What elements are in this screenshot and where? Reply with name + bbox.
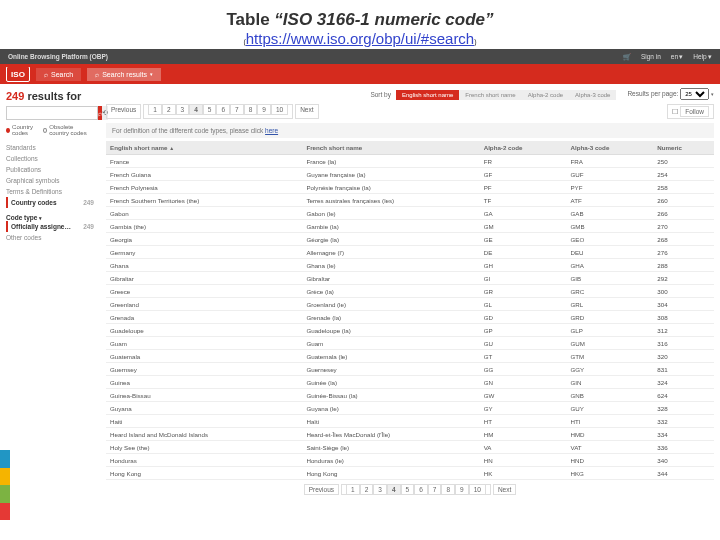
sidebar-item[interactable]: Officially assigne…249 [6, 221, 94, 232]
table-row[interactable]: GuineaGuinée (la)GNGIN324 [106, 376, 714, 389]
pager-page[interactable]: 5 [203, 104, 217, 115]
pager-page[interactable]: 7 [230, 104, 244, 115]
iso-logo[interactable]: ISO [6, 66, 30, 82]
table-row[interactable]: Gambia (the)Gambie (la)GMGMB270 [106, 220, 714, 233]
radio-obsolete-codes[interactable]: Obsolete country codes [43, 124, 94, 136]
table-cell: 308 [653, 311, 714, 324]
table-cell: 258 [653, 181, 714, 194]
table-row[interactable]: French GuianaGuyane française (la)GFGUF2… [106, 168, 714, 181]
table-header-row: English short name ▲French short nameAlp… [106, 141, 714, 155]
table-row[interactable]: GuamGuamGUGUM316 [106, 337, 714, 350]
table-row[interactable]: GabonGabon (le)GAGAB266 [106, 207, 714, 220]
table-row[interactable]: GhanaGhana (le)GHGHA288 [106, 259, 714, 272]
pager-page[interactable]: 10 [271, 104, 288, 115]
pager-page[interactable]: 8 [244, 104, 258, 115]
rpp-select[interactable]: 25 [680, 88, 709, 100]
sort-chip[interactable]: Alpha-2 code [522, 90, 569, 100]
pager-page[interactable]: 2 [360, 484, 374, 495]
signin-link[interactable]: Sign in [641, 53, 661, 61]
table-row[interactable]: French Southern Territories (the)Terres … [106, 194, 714, 207]
pager-page[interactable]: 4 [387, 484, 401, 495]
title-quoted: “ISO 3166-1 numeric code” [274, 10, 493, 29]
sort-chip[interactable]: Alpha-3 code [569, 90, 616, 100]
pager-next[interactable]: Next [493, 484, 516, 495]
pager-page[interactable]: 9 [257, 104, 271, 115]
col-header[interactable]: French short name [302, 141, 479, 155]
col-header[interactable]: Alpha-3 code [566, 141, 653, 155]
table-cell: Greenland [106, 298, 302, 311]
sidebar-codetype-list: Officially assigne…249Other codes [6, 221, 94, 243]
table-row[interactable]: GibraltarGibraltarGIGIB292 [106, 272, 714, 285]
table-row[interactable]: GuernseyGuerneseyGGGGY831 [106, 363, 714, 376]
table-cell: French Guiana [106, 168, 302, 181]
pager-page[interactable]: 1 [148, 104, 162, 115]
sidebar-item[interactable]: Collections [6, 153, 94, 164]
pager-page[interactable]: 4 [189, 104, 203, 115]
note-link[interactable]: here [265, 127, 278, 134]
table-cell: HN [480, 454, 567, 467]
table-row[interactable]: GreeceGrèce (la)GRGRC300 [106, 285, 714, 298]
title-url-link[interactable]: https://www.iso.org/obp/ui/#search [246, 30, 474, 47]
sort-chip[interactable]: French short name [459, 90, 521, 100]
pager-page[interactable]: 9 [455, 484, 469, 495]
table-cell: GF [480, 168, 567, 181]
table-row[interactable]: GermanyAllemagne (l')DEDEU276 [106, 246, 714, 259]
pager-page[interactable]: 2 [162, 104, 176, 115]
pager-prev[interactable]: Previous [304, 484, 339, 495]
col-header[interactable]: Alpha-2 code [480, 141, 567, 155]
table-row[interactable]: Holy See (the)Saint-Siège (le)VAVAT336 [106, 441, 714, 454]
col-header[interactable]: Numeric [653, 141, 714, 155]
col-header[interactable]: English short name ▲ [106, 141, 302, 155]
pager-page[interactable]: 6 [414, 484, 428, 495]
search-input[interactable] [6, 106, 98, 120]
pager-page[interactable]: 3 [373, 484, 387, 495]
pager-page[interactable]: 7 [428, 484, 442, 495]
pager-next[interactable]: Next [295, 104, 318, 119]
radio-country-codes[interactable]: Country codes [6, 124, 39, 136]
pager-page[interactable]: 6 [216, 104, 230, 115]
sidebar-item[interactable]: Standards [6, 142, 94, 153]
table-cell: Germany [106, 246, 302, 259]
table-cell: France (la) [302, 155, 479, 168]
cart-icon[interactable]: 🛒 [623, 53, 631, 61]
chevron-down-icon: ▾ [39, 215, 42, 221]
pager-page[interactable]: 5 [401, 484, 415, 495]
content-area: Sort by English short nameFrench short n… [100, 84, 720, 503]
table-cell: GL [480, 298, 567, 311]
table-row[interactable]: GuadeloupeGuadeloupe (la)GPGLP312 [106, 324, 714, 337]
pager-page[interactable]: 1 [346, 484, 360, 495]
table-row[interactable]: GeorgiaGéorgie (la)GEGEO268 [106, 233, 714, 246]
table-row[interactable]: GreenlandGroenland (le)GLGRL304 [106, 298, 714, 311]
sidebar-item[interactable]: Terms & Definitions [6, 186, 94, 197]
pager-page[interactable]: 3 [176, 104, 190, 115]
pager-page[interactable]: 8 [441, 484, 455, 495]
table-row[interactable]: HondurasHonduras (le)HNHND340 [106, 454, 714, 467]
pager-prev[interactable]: Previous [106, 104, 141, 119]
follow-toggle[interactable]: ☐ Follow [667, 104, 714, 119]
lang-menu[interactable]: en ▾ [671, 53, 684, 61]
sidebar-item[interactable]: Country codes249 [6, 197, 94, 208]
table-cell: PF [480, 181, 567, 194]
table-cell: Gabon [106, 207, 302, 220]
table-row[interactable]: GuatemalaGuatemala (le)GTGTM320 [106, 350, 714, 363]
table-cell: 260 [653, 194, 714, 207]
sidebar-item[interactable]: Other codes [6, 232, 94, 243]
tab-search[interactable]: ⌕ Search [36, 68, 81, 81]
table-row[interactable]: Hong KongHong KongHKHKG344 [106, 467, 714, 480]
table-row[interactable]: FranceFrance (la)FRFRA250 [106, 155, 714, 168]
sidebar-item[interactable]: Graphical symbols [6, 175, 94, 186]
table-row[interactable]: GuyanaGuyana (le)GYGUY328 [106, 402, 714, 415]
color-stripe [0, 450, 10, 503]
help-menu[interactable]: Help ▾ [693, 53, 712, 61]
table-cell: Honduras (le) [302, 454, 479, 467]
tab-search-results[interactable]: ⌕ Search results ▾ [87, 68, 161, 81]
pager-page[interactable]: 10 [469, 484, 486, 495]
table-row[interactable]: HaitiHaïtiHTHTI332 [106, 415, 714, 428]
sidebar-item[interactable]: Publications [6, 164, 94, 175]
table-row[interactable]: GrenadaGrenade (la)GDGRD308 [106, 311, 714, 324]
table-row[interactable]: Guinea-BissauGuinée-Bissau (la)GWGNB624 [106, 389, 714, 402]
sort-chip[interactable]: English short name [396, 90, 459, 100]
table-row[interactable]: Heard Island and McDonald IslandsHeard-e… [106, 428, 714, 441]
table-row[interactable]: French PolynesiaPolynésie française (la)… [106, 181, 714, 194]
sidebar-group-codetype[interactable]: Code type ▾ [6, 214, 94, 221]
